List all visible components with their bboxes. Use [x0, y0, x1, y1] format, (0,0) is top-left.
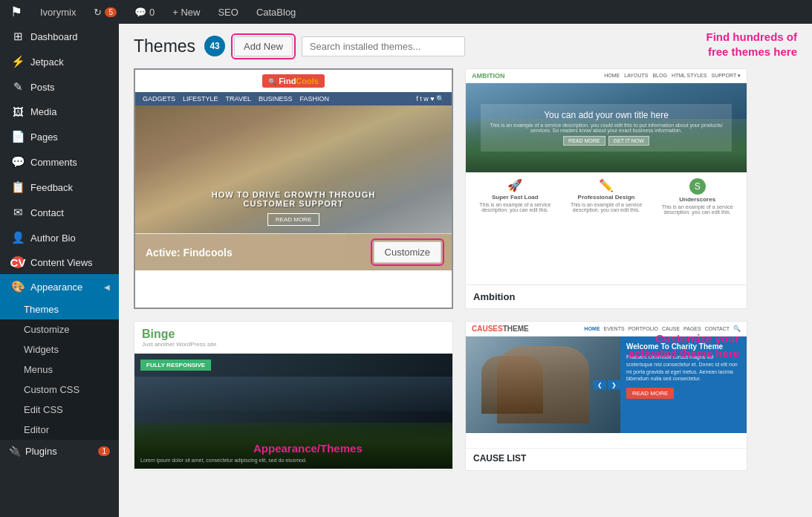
theme-card-findcools[interactable]: 🔍 FindCools GADGETSLIFESTYLETRAVELBUSINE… [134, 68, 453, 309]
sidebar-sub-item-widgets[interactable]: Widgets [0, 339, 119, 360]
author-bio-icon: 👤 [11, 231, 25, 244]
editor-sub-label: Editor [24, 424, 49, 435]
theme-thumbnail-causes: CAUSESTHEME HOME EVENTS PORTFOLIO CAUSE … [466, 322, 747, 448]
custom-css-sub-label: Custom CSS [24, 384, 79, 395]
causes-next-btn[interactable]: ❯ [608, 380, 620, 390]
sidebar-item-label: Feedback [30, 182, 73, 193]
causes-prev-btn[interactable]: ❮ [594, 380, 606, 390]
ambition-nav: AMBITION HOMELAYOUTSBLOGHTML STYLESSUPPO… [466, 69, 747, 83]
binge-badge: FULLY RESPONSIVE [140, 360, 211, 371]
sidebar-item-label: Author Bio [30, 233, 76, 244]
sidebar-item-posts[interactable]: ✎ Posts [0, 74, 119, 100]
catablog-button[interactable]: CataBlog [252, 0, 300, 24]
themes-row-2: Binge Just another WordPress site FULLY … [134, 321, 797, 471]
widgets-sub-label: Widgets [24, 344, 59, 355]
causes-card-footer: CAUSE LIST [466, 448, 747, 468]
causes-read-more-btn[interactable]: READ MORE [626, 388, 674, 399]
binge-caption: Lorem ipsum dolor sit amet, consectetur … [140, 458, 307, 463]
dashboard-icon: ⊞ [11, 30, 25, 43]
customize-button[interactable]: Customize [374, 241, 441, 263]
fc-read-more-btn[interactable]: READ MORE [267, 213, 319, 226]
plugins-badge: 1 [98, 446, 110, 456]
theme-thumbnail-findcools: 🔍 FindCools GADGETSLIFESTYLETRAVELBUSINE… [135, 70, 452, 270]
menus-sub-label: Menus [24, 364, 53, 375]
sidebar-item-label: Jetpack [30, 56, 64, 68]
amb-get-now-btn[interactable]: GET IT NOW [608, 136, 649, 146]
sidebar-sub-item-menus[interactable]: Menus [0, 360, 119, 380]
site-name-button[interactable]: Ivorymix [36, 0, 80, 24]
sidebar-sub-item-themes[interactable]: Themes [0, 299, 119, 319]
posts-icon: ✎ [11, 80, 25, 94]
causes-hero: ❮ ❯ Welcome To Charity Theme Praesent co… [466, 336, 747, 433]
binge-logo: Binge [142, 328, 445, 341]
causes-theme-name: CAUSE LIST [473, 453, 526, 464]
plugins-icon: 🔌 [9, 446, 21, 457]
site-name-label: Ivorymix [40, 7, 76, 18]
sidebar-item-label: Content Views [30, 257, 93, 268]
active-theme-overlay: Active: Findcools Customize [135, 234, 452, 270]
admin-bar: ⚑ Ivorymix ↻ 5 💬 0 + New SEO CataBlog [0, 0, 812, 24]
themes-header: Themes 43 Add New Find hundreds offree t… [134, 36, 797, 56]
theme-card-ambition[interactable]: AMBITION HOMELAYOUTSBLOGHTML STYLESSUPPO… [465, 68, 747, 309]
catablog-label: CataBlog [256, 7, 296, 18]
jetpack-icon: ⚡ [11, 55, 25, 68]
amb-read-more-btn[interactable]: READ MORE [563, 136, 605, 146]
binge-hero: FULLY RESPONSIVE Lorem ipsum dolor sit a… [134, 354, 452, 469]
contact-icon: ✉ [11, 206, 25, 219]
theme-thumbnail-binge: Binge Just another WordPress site FULLY … [134, 322, 452, 470]
causes-content-desc: Praesent commodo cursus magna vel sceler… [626, 354, 741, 383]
search-themes-input[interactable] [302, 36, 465, 56]
sidebar-menu: ⊞ Dashboard ⚡ Jetpack ✎ Posts 🖼 Media 📄 … [0, 24, 119, 299]
content-area: Themes 43 Add New Find hundreds offree t… [119, 24, 812, 517]
theme-card-binge[interactable]: Binge Just another WordPress site FULLY … [134, 321, 453, 471]
themes-count-badge: 43 [204, 36, 225, 56]
sidebar-item-appearance[interactable]: 🎨 Appearance ◀ [0, 274, 119, 299]
new-content-button[interactable]: + New [168, 0, 204, 24]
pages-icon: 📄 [11, 130, 25, 143]
content-views-icon: CV [11, 256, 25, 268]
ambition-card-footer: Ambition [466, 284, 747, 308]
wp-logo-button[interactable]: ⚑ [6, 0, 27, 24]
sidebar-sub-item-editor[interactable]: Editor [0, 420, 119, 440]
sidebar-item-content-views[interactable]: CV Content Views [0, 250, 119, 274]
sidebar-item-plugins[interactable]: 🔌 Plugins 1 [0, 440, 119, 463]
ambition-theme-name: Ambition [473, 291, 515, 302]
sidebar-item-feedback[interactable]: 📋 Feedback [0, 175, 119, 200]
updates-count: 5 [105, 7, 117, 17]
binge-tagline: Just another WordPress site [142, 341, 445, 348]
sidebar-item-label: Posts [30, 82, 55, 93]
sidebar-item-label: Comments [30, 157, 77, 168]
sidebar-item-label: Pages [30, 131, 58, 143]
sidebar-item-label: Media [30, 106, 56, 117]
feedback-icon: 📋 [11, 181, 25, 194]
sidebar-item-pages[interactable]: 📄 Pages [0, 124, 119, 149]
customize-sub-label: Customize [24, 324, 69, 335]
new-label: + New [172, 7, 200, 18]
media-icon: 🖼 [11, 105, 25, 118]
appearance-submenu: Themes Customize Widgets Menus Custom CS… [0, 299, 119, 440]
sidebar: ⊞ Dashboard ⚡ Jetpack ✎ Posts 🖼 Media 📄 … [0, 24, 119, 517]
sidebar-sub-item-customize[interactable]: Customize [0, 319, 119, 339]
sidebar-item-contact[interactable]: ✉ Contact [0, 200, 119, 225]
add-new-button[interactable]: Add New [234, 36, 293, 56]
edit-css-sub-label: Edit CSS [24, 404, 63, 415]
ambition-hero: You can add your own title here This is … [466, 83, 747, 172]
updates-button[interactable]: ↻ 5 [89, 0, 121, 24]
page-title: Themes [134, 36, 195, 56]
comments-count: 0 [149, 7, 155, 18]
main-layout: ⊞ Dashboard ⚡ Jetpack ✎ Posts 🖼 Media 📄 … [0, 24, 812, 517]
active-theme-label: Active: Findcools [146, 247, 233, 258]
comments-sidebar-icon: 💬 [11, 155, 25, 169]
sidebar-item-media[interactable]: 🖼 Media [0, 100, 119, 124]
sidebar-sub-item-custom-css[interactable]: Custom CSS [0, 380, 119, 400]
theme-card-causes[interactable]: CAUSESTHEME HOME EVENTS PORTFOLIO CAUSE … [465, 321, 747, 471]
sidebar-sub-item-edit-css[interactable]: Edit CSS [0, 400, 119, 420]
sidebar-item-jetpack[interactable]: ⚡ Jetpack [0, 49, 119, 74]
sidebar-item-dashboard[interactable]: ⊞ Dashboard [0, 24, 119, 49]
seo-button[interactable]: SEO [213, 0, 242, 24]
sidebar-item-comments[interactable]: 💬 Comments [0, 149, 119, 175]
causes-logo: CAUSESTHEME [472, 325, 529, 333]
sidebar-item-author-bio[interactable]: 👤 Author Bio [0, 225, 119, 250]
themes-row-1: 🔍 FindCools GADGETSLIFESTYLETRAVELBUSINE… [134, 68, 797, 309]
comments-button[interactable]: 💬 0 [130, 0, 159, 24]
